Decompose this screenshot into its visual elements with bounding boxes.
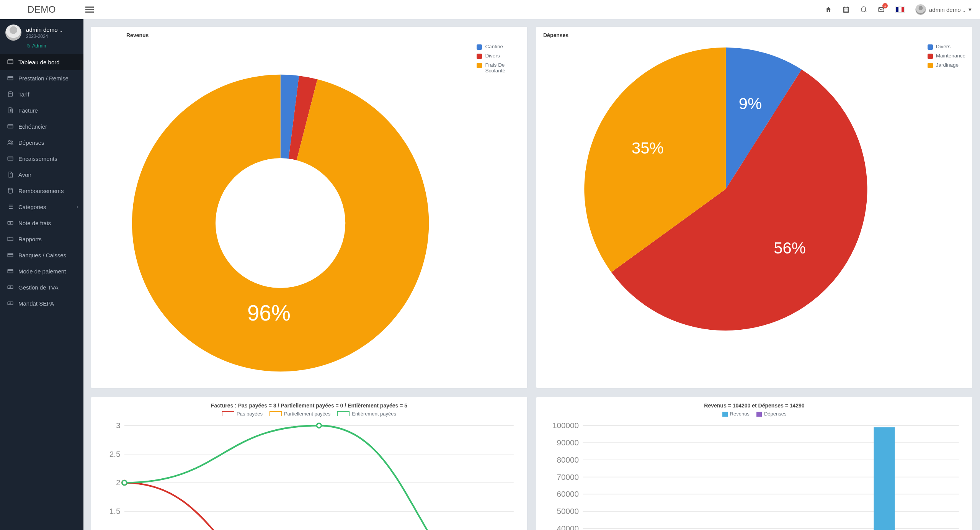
- svg-rect-12: [8, 270, 13, 273]
- sidebar-item-6[interactable]: Encaissements: [0, 150, 83, 167]
- sidebar-item-label: Banques / Caisses: [18, 252, 66, 258]
- legend-rev-dep: RevenusDépenses: [543, 411, 965, 417]
- sidebar-item-label: Remboursements: [18, 188, 64, 194]
- sidebar-user-year: 2023-2024: [26, 34, 62, 39]
- sidebar-item-label: Rapports: [18, 236, 42, 242]
- user-name: admin demo ..: [929, 7, 965, 13]
- sidebar-user[interactable]: admin demo .. 2023-2024: [0, 19, 83, 43]
- legend-item[interactable]: Partiellement payées: [270, 411, 330, 417]
- svg-text:35%: 35%: [632, 139, 663, 157]
- legend-item[interactable]: Dépenses: [756, 411, 787, 417]
- chart-revenus: 96%: [98, 41, 469, 381]
- legend-item[interactable]: Maintenance: [928, 53, 965, 59]
- money-icon: [7, 284, 14, 291]
- card-icon: [7, 268, 14, 275]
- legend-item[interactable]: Pas payées: [222, 411, 263, 417]
- main-content: Revenus 96% CantineDiversFrais De Scolar…: [83, 19, 980, 530]
- svg-text:96%: 96%: [247, 301, 291, 325]
- card-revenus: Revenus 96% CantineDiversFrais De Scolar…: [91, 27, 527, 388]
- db-icon: [7, 187, 14, 194]
- chart-rev-dep: 0100002000030000400005000060000700008000…: [543, 419, 965, 530]
- svg-point-46: [317, 423, 321, 428]
- sidebar-item-4[interactable]: Échéancier: [0, 118, 83, 134]
- chart-title: Dépenses: [543, 32, 965, 38]
- card-factures: Factures : Pas payées = 3 / Partiellemen…: [91, 397, 527, 530]
- svg-rect-13: [8, 286, 13, 289]
- svg-text:3: 3: [116, 421, 121, 430]
- chart-factures: 00.511.522.53août 2021avril 2022juil. 20…: [98, 419, 520, 530]
- avatar: [915, 4, 926, 15]
- card-icon: [7, 155, 14, 162]
- sidebar-item-5[interactable]: Dépenses: [0, 134, 83, 150]
- topbar: DEMO 1 admin demo .. ▾: [0, 0, 980, 19]
- sidebar-item-10[interactable]: Note de frais: [0, 215, 83, 231]
- list-icon: [7, 203, 14, 210]
- svg-rect-7: [8, 157, 13, 160]
- sidebar-item-13[interactable]: Mode de paiement: [0, 263, 83, 279]
- svg-point-14: [10, 287, 11, 288]
- sidebar-item-9[interactable]: Catégories‹: [0, 199, 83, 215]
- legend-revenus: CantineDiversFrais De Scolarité: [477, 41, 520, 74]
- people-icon: [7, 139, 14, 146]
- card-rev-dep: Revenus = 104200 et Dépenses = 14290 Rev…: [536, 397, 972, 530]
- avatar: [5, 25, 21, 41]
- doc-icon: [7, 171, 14, 178]
- sidebar-item-label: Facture: [18, 107, 38, 114]
- card-icon: [7, 252, 14, 258]
- svg-point-6: [11, 141, 13, 142]
- svg-text:70000: 70000: [557, 472, 579, 481]
- menu-toggle-button[interactable]: [83, 5, 99, 15]
- legend-item[interactable]: Cantine: [477, 44, 520, 50]
- legend-item[interactable]: Jardinage: [928, 62, 965, 68]
- sidebar-item-8[interactable]: Remboursements: [0, 183, 83, 199]
- svg-text:9%: 9%: [739, 95, 762, 113]
- sidebar-item-12[interactable]: Banques / Caisses: [0, 247, 83, 263]
- legend-item[interactable]: Revenus: [722, 411, 750, 417]
- sidebar-item-1[interactable]: Prestation / Remise: [0, 70, 83, 86]
- svg-text:2: 2: [116, 478, 121, 487]
- svg-text:90000: 90000: [557, 438, 579, 447]
- svg-rect-4: [8, 125, 13, 128]
- sidebar-item-label: Prestation / Remise: [18, 75, 69, 82]
- svg-text:100000: 100000: [552, 421, 579, 430]
- sidebar-user-name: admin demo ..: [26, 26, 62, 33]
- svg-rect-11: [8, 254, 13, 257]
- sidebar-item-15[interactable]: Mandat SEPA: [0, 295, 83, 311]
- chart-title: Revenus = 104200 et Dépenses = 14290: [543, 402, 965, 409]
- sidebar-item-14[interactable]: Gestion de TVA: [0, 279, 83, 295]
- legend-item[interactable]: Frais De Scolarité: [477, 62, 520, 74]
- sidebar-item-label: Tarif: [18, 91, 29, 98]
- sidebar-item-label: Note de frais: [18, 220, 51, 226]
- sidebar-item-11[interactable]: Rapports: [0, 231, 83, 247]
- svg-rect-2: [8, 77, 13, 80]
- legend-item[interactable]: Divers: [477, 53, 520, 59]
- home-icon[interactable]: [825, 6, 832, 13]
- svg-point-18: [216, 158, 345, 288]
- svg-rect-9: [8, 221, 13, 224]
- legend-factures: Pas payéesPartiellement payéesEntièremen…: [98, 411, 520, 417]
- mail-icon[interactable]: 1: [878, 6, 885, 13]
- legend-item[interactable]: Entièrement payées: [337, 411, 396, 417]
- sidebar-item-3[interactable]: Facture: [0, 102, 83, 118]
- legend-item[interactable]: Divers: [928, 44, 965, 50]
- svg-point-5: [9, 141, 11, 142]
- user-menu[interactable]: admin demo .. ▾: [915, 4, 972, 15]
- sidebar-item-7[interactable]: Avoir: [0, 167, 83, 183]
- svg-rect-75: [874, 427, 895, 530]
- svg-point-3: [8, 92, 13, 93]
- chevron-down-icon: ▾: [969, 6, 972, 13]
- chart-depenses: 9%56%35%: [543, 41, 920, 337]
- sidebar-item-2[interactable]: Tarif: [0, 86, 83, 102]
- bell-icon[interactable]: [860, 6, 867, 13]
- mail-badge: 1: [882, 3, 888, 8]
- doc-icon: [7, 107, 14, 114]
- sidebar-user-role: Admin: [0, 43, 83, 54]
- language-flag[interactable]: [895, 7, 905, 13]
- brand[interactable]: DEMO: [0, 4, 83, 15]
- calendar-icon[interactable]: [843, 6, 849, 13]
- svg-text:50000: 50000: [557, 507, 579, 515]
- chart-title: Factures : Pas payées = 3 / Partiellemen…: [98, 402, 520, 409]
- legend-depenses: DiversMaintenanceJardinage: [928, 41, 965, 68]
- sidebar-item-0[interactable]: Tableau de bord: [0, 54, 83, 70]
- sidebar-item-label: Tableau de bord: [18, 59, 60, 65]
